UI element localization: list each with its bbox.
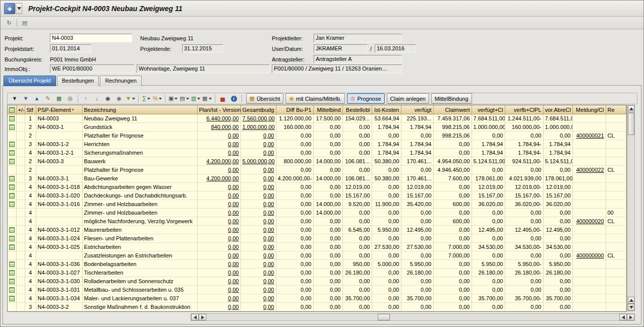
grid-row[interactable]: 4N4-0003-3-1-031Metallbau- und Schlosser…	[8, 286, 626, 294]
grid-row[interactable]: 4Zusatzleistungen an Estricharbeiten0,00…	[8, 251, 626, 260]
cell-link[interactable]: 0,00	[263, 201, 274, 207]
detail-icon[interactable]	[9, 159, 15, 164]
sort-descending-icon[interactable]: ↓	[91, 94, 102, 104]
cell-link[interactable]: 0,00	[228, 227, 239, 233]
cell-link[interactable]: 0,00	[228, 295, 239, 301]
grid-row[interactable]: 4N4-0003-3-1-036Bodenbelagsarbeiten0,000…	[8, 260, 626, 269]
col-header-verfuegt[interactable]: verfügt	[401, 105, 433, 114]
cell-plan[interactable]: 0,00	[197, 209, 241, 217]
edit-icon[interactable]: ✎	[42, 94, 53, 104]
col-header-gesamt[interactable]: Gesamtbudg	[241, 105, 276, 114]
detail-icon[interactable]	[9, 270, 15, 276]
cell-gesamt[interactable]: 0,00	[241, 191, 276, 200]
cell-link[interactable]: 0,00	[263, 133, 274, 139]
cell-link[interactable]: 0,00	[228, 287, 239, 293]
antragsteller-field[interactable]: Antragsteller A	[314, 55, 402, 63]
grid-row[interactable]: 1N4-0003Neubau Zweigweg 116.440.000,007.…	[8, 114, 626, 123]
set-filter-icon[interactable]: ▼	[125, 94, 136, 104]
scroll-down-button[interactable]	[628, 304, 634, 311]
detail-icon[interactable]	[9, 287, 15, 293]
cell-plan[interactable]: 840.000,00	[197, 123, 241, 132]
info-icon[interactable]: i	[228, 94, 240, 104]
filter-delete-icon[interactable]: ▼	[20, 94, 31, 104]
cell-plan[interactable]: 0,00	[197, 260, 241, 269]
col-header-name[interactable]: Bezeichnung	[82, 105, 197, 114]
cell-link[interactable]: 0,00	[263, 210, 274, 216]
immoobj-description-field[interactable]: Wohnanlage, Zweigweg 11	[137, 64, 270, 73]
cell-gesamt[interactable]: 0,00	[241, 303, 276, 311]
cell-link[interactable]: 0,00	[228, 210, 239, 216]
cell-gesamt[interactable]: 0,00	[241, 183, 276, 191]
cell-link[interactable]: 0,00	[228, 201, 239, 207]
cell-link[interactable]: 0,00	[228, 304, 239, 310]
cell-link[interactable]: 0,00	[263, 184, 274, 190]
col-header-stf[interactable]: Stf	[25, 105, 36, 114]
grid-row[interactable]: 2Platzhalter für Prognose0,000,000,000,0…	[8, 132, 626, 140]
refresh-icon[interactable]: ↻	[4, 18, 15, 28]
tab-bestellungen[interactable]: Bestellungen	[57, 76, 99, 86]
projektleiter-field[interactable]: Jan Kramer	[314, 34, 402, 42]
cell-meldung[interactable]: 400000020	[572, 217, 606, 226]
cell-plan[interactable]: 0,00	[197, 166, 241, 174]
col-header-istkosten[interactable]: Ist-Kosten	[372, 105, 401, 114]
horizontal-scrollbar[interactable]	[191, 313, 635, 321]
cell-gesamt[interactable]: 0,00	[241, 149, 276, 157]
detail-icon[interactable]	[9, 279, 15, 284]
cell-gesamt[interactable]: 7.560.000,00	[241, 114, 276, 123]
layout-icon[interactable]: ▦	[201, 94, 212, 104]
cell-gesamt[interactable]: 0,00	[241, 260, 276, 269]
scroll-up-button[interactable]	[628, 105, 634, 112]
col-header-vorabrecl[interactable]: vor.AbreCl	[543, 105, 572, 114]
cell-plan[interactable]: 4.200.000,00	[197, 157, 241, 166]
cell-gesamt[interactable]: 0,00	[241, 226, 276, 234]
cell-link[interactable]: 0,00	[228, 133, 239, 139]
cell-gesamt[interactable]: 1.000.000,00	[241, 123, 276, 132]
grid-row[interactable]: 3N4-0003-3-2Sonstige Maßnahmen f. d. Bau…	[8, 303, 626, 311]
detail-icon[interactable]	[9, 184, 15, 190]
col-header-mittelbind[interactable]: Mittelbind	[313, 105, 342, 114]
cell-link[interactable]: 5.000.000,00	[243, 158, 275, 164]
cell-link[interactable]: 400000021	[576, 133, 604, 139]
cell-link[interactable]: 0,00	[263, 218, 274, 224]
scroll-right-button-left[interactable]	[199, 314, 206, 320]
cell-gesamt[interactable]: 0,00	[241, 251, 276, 260]
cell-gesamt[interactable]: 0,00	[241, 243, 276, 251]
cell-link[interactable]: 7.560.000,00	[243, 115, 275, 121]
cell-gesamt[interactable]: 0,00	[241, 209, 276, 217]
cell-link[interactable]: 0,00	[263, 252, 274, 258]
col-header-verfbclpl[interactable]: verfb+ClPL	[505, 105, 543, 114]
cell-plan[interactable]: 0,00	[197, 277, 241, 286]
col-header-pm[interactable]: +/-	[16, 105, 25, 114]
detail-icon[interactable]	[9, 227, 15, 233]
grid-row[interactable]: 4mögliche Nachforderung, Verzög.Vorgewer…	[8, 217, 626, 226]
cell-link[interactable]: 0,00	[263, 287, 274, 293]
subtotal-icon[interactable]: %	[152, 94, 163, 104]
cell-plan[interactable]: 0,00	[197, 234, 241, 243]
detail-icon[interactable]	[9, 124, 15, 130]
grid-row[interactable]: 4N4-0003-3-1-030Rolladenarbeiten und Son…	[8, 277, 626, 286]
grid-row[interactable]: 2N4-0003-3Bauwerk4.200.000,005.000.000,0…	[8, 157, 626, 166]
cell-link[interactable]: 0,00	[263, 261, 274, 267]
cell-meldung[interactable]: 400000022	[572, 166, 606, 174]
cell-gesamt[interactable]: 5.000.000,00	[241, 157, 276, 166]
scroll-right-button[interactable]	[627, 314, 634, 320]
views-icon[interactable]: ▤	[179, 94, 190, 104]
grid-row[interactable]: 2N4-0003-1Grundstück840.000,001.000.000,…	[8, 123, 626, 132]
cell-link[interactable]: 0,00	[228, 270, 239, 276]
cell-link[interactable]: 4.200.000,00	[206, 158, 239, 164]
col-header-plan[interactable]: Plan/Ist - Version	[197, 105, 241, 114]
claims-button[interactable]: ◉mit Claims/Mittelb.	[285, 93, 344, 104]
grid-row[interactable]: 4N4-0003-3-1-024Fliesen- und Plattenarbe…	[8, 234, 626, 243]
cell-gesamt[interactable]: 0,00	[241, 294, 276, 303]
find-icon[interactable]: ◉	[102, 94, 113, 104]
detail-icon[interactable]	[9, 116, 15, 121]
cell-plan[interactable]: 0,00	[197, 226, 241, 234]
cell-link[interactable]: 0,00	[263, 235, 274, 241]
col-header-bestellobl[interactable]: Bestellobl	[342, 105, 372, 114]
col-header-diff[interactable]: Diff Bu-P1	[276, 105, 313, 114]
grid-row[interactable]: 4N4-0003-3-1-025Estricharbeiten0,000,000…	[8, 243, 626, 251]
col-header-verfuegtcl[interactable]: verfügt+Cl	[472, 105, 505, 114]
grid-row[interactable]: 4N4-0003-3-1-020Dachdeckungs- und Dachab…	[8, 191, 626, 200]
grid-row[interactable]: 4N4-0003-3-1-012Maurerarbeiten0,000,000,…	[8, 226, 626, 234]
cell-gesamt[interactable]: 0,00	[241, 234, 276, 243]
